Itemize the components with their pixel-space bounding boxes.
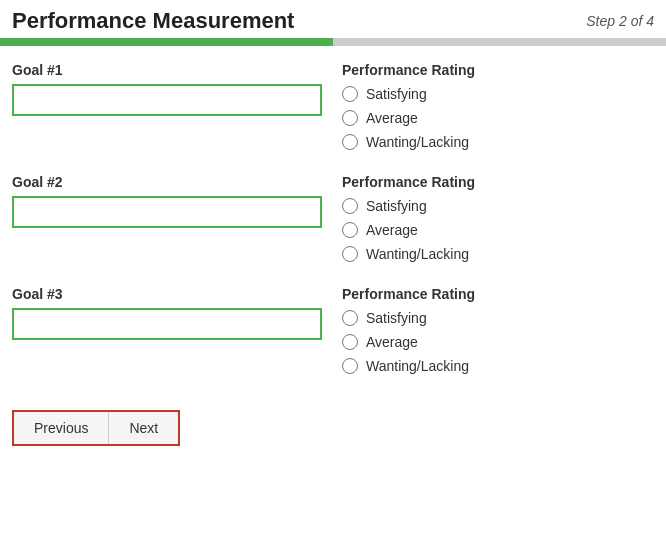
page-title: Performance Measurement bbox=[12, 8, 294, 34]
goal-label-3: Goal #3 bbox=[12, 286, 322, 302]
footer: Previous Next bbox=[0, 398, 666, 458]
footer-buttons-wrapper: Previous Next bbox=[12, 410, 180, 446]
next-button[interactable]: Next bbox=[109, 412, 178, 444]
radio-item-2-wanting[interactable]: Wanting/Lacking bbox=[342, 246, 654, 262]
radio-label-2-average: Average bbox=[366, 222, 418, 238]
goal-input-1[interactable] bbox=[12, 84, 322, 116]
progress-bar-container bbox=[0, 38, 666, 46]
radio-item-1-average[interactable]: Average bbox=[342, 110, 654, 126]
goal-section-2: Goal #2 Performance Rating Satisfying Av… bbox=[12, 174, 654, 262]
radio-satisfying-2[interactable] bbox=[342, 198, 358, 214]
radio-item-1-wanting[interactable]: Wanting/Lacking bbox=[342, 134, 654, 150]
previous-button[interactable]: Previous bbox=[14, 412, 109, 444]
radio-label-1-average: Average bbox=[366, 110, 418, 126]
rating-label-1: Performance Rating bbox=[342, 62, 654, 78]
radio-wanting-1[interactable] bbox=[342, 134, 358, 150]
radio-wanting-3[interactable] bbox=[342, 358, 358, 374]
radio-group-2: Satisfying Average Wanting/Lacking bbox=[342, 198, 654, 262]
radio-satisfying-3[interactable] bbox=[342, 310, 358, 326]
radio-group-3: Satisfying Average Wanting/Lacking bbox=[342, 310, 654, 374]
rating-label-3: Performance Rating bbox=[342, 286, 654, 302]
goal-label-1: Goal #1 bbox=[12, 62, 322, 78]
radio-group-1: Satisfying Average Wanting/Lacking bbox=[342, 86, 654, 150]
radio-label-3-satisfying: Satisfying bbox=[366, 310, 427, 326]
goal-section-1: Goal #1 Performance Rating Satisfying Av… bbox=[12, 62, 654, 150]
page-header: Performance Measurement Step 2 of 4 bbox=[0, 0, 666, 38]
radio-item-2-satisfying[interactable]: Satisfying bbox=[342, 198, 654, 214]
radio-item-2-average[interactable]: Average bbox=[342, 222, 654, 238]
goal-section-3: Goal #3 Performance Rating Satisfying Av… bbox=[12, 286, 654, 374]
goal-left-2: Goal #2 bbox=[12, 174, 322, 228]
goal-left-3: Goal #3 bbox=[12, 286, 322, 340]
radio-label-1-wanting: Wanting/Lacking bbox=[366, 134, 469, 150]
radio-label-3-wanting: Wanting/Lacking bbox=[366, 358, 469, 374]
radio-label-2-satisfying: Satisfying bbox=[366, 198, 427, 214]
goal-label-2: Goal #2 bbox=[12, 174, 322, 190]
radio-label-3-average: Average bbox=[366, 334, 418, 350]
radio-label-2-wanting: Wanting/Lacking bbox=[366, 246, 469, 262]
goal-left-1: Goal #1 bbox=[12, 62, 322, 116]
rating-right-1: Performance Rating Satisfying Average Wa… bbox=[342, 62, 654, 150]
goal-input-2[interactable] bbox=[12, 196, 322, 228]
rating-label-2: Performance Rating bbox=[342, 174, 654, 190]
radio-wanting-2[interactable] bbox=[342, 246, 358, 262]
progress-bar-fill bbox=[0, 38, 333, 46]
rating-right-3: Performance Rating Satisfying Average Wa… bbox=[342, 286, 654, 374]
form-body: Goal #1 Performance Rating Satisfying Av… bbox=[0, 62, 666, 374]
radio-item-3-average[interactable]: Average bbox=[342, 334, 654, 350]
goal-input-3[interactable] bbox=[12, 308, 322, 340]
radio-item-3-wanting[interactable]: Wanting/Lacking bbox=[342, 358, 654, 374]
radio-item-3-satisfying[interactable]: Satisfying bbox=[342, 310, 654, 326]
step-label: Step 2 of 4 bbox=[586, 13, 654, 29]
radio-label-1-satisfying: Satisfying bbox=[366, 86, 427, 102]
radio-average-2[interactable] bbox=[342, 222, 358, 238]
radio-average-3[interactable] bbox=[342, 334, 358, 350]
rating-right-2: Performance Rating Satisfying Average Wa… bbox=[342, 174, 654, 262]
radio-satisfying-1[interactable] bbox=[342, 86, 358, 102]
radio-item-1-satisfying[interactable]: Satisfying bbox=[342, 86, 654, 102]
radio-average-1[interactable] bbox=[342, 110, 358, 126]
